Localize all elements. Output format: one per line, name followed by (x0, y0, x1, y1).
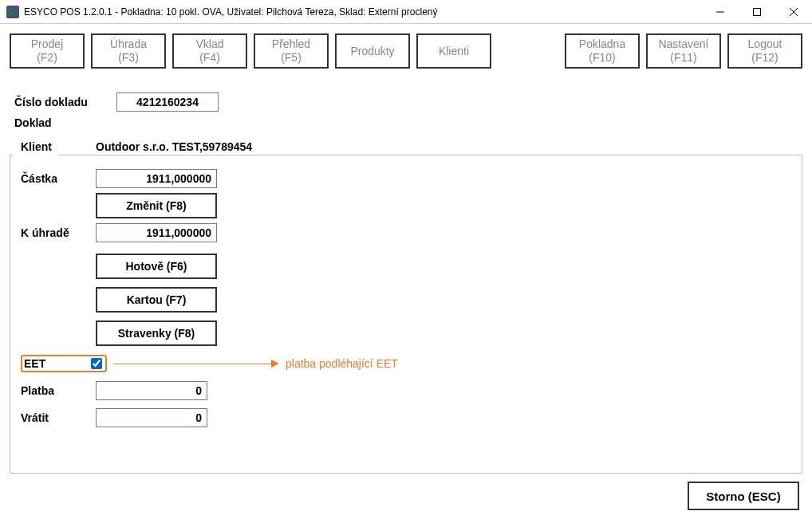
toolbar: Prodej (F2) Úhrada (F3) Vklad (F4) Přehl… (10, 33, 802, 69)
castka-input[interactable] (96, 169, 217, 188)
btn-label: Nastavení (658, 37, 708, 51)
eet-checkbox[interactable] (91, 358, 102, 369)
prodej-button[interactable]: Prodej (F2) (10, 33, 85, 69)
group-border (10, 473, 802, 474)
label-platba: Platba (21, 384, 96, 397)
zmenit-button[interactable]: Změnit (F8) (96, 193, 217, 218)
vklad-button[interactable]: Vklad (F4) (172, 33, 247, 69)
group-border (10, 155, 10, 474)
group-border (57, 155, 802, 155)
btn-shortcut: (F3) (118, 51, 139, 65)
klient-value: Outdoor s.r.o. TEST,59789454 (96, 140, 252, 153)
pokladna-button[interactable]: Pokladna (F10) (565, 33, 640, 69)
annotation-arrow: platba podléhající EET (113, 357, 398, 370)
annotation-text: platba podléhající EET (286, 357, 398, 370)
label-kuhrade: K úhradě (21, 226, 96, 239)
btn-label: Klienti (439, 45, 469, 58)
window-controls (702, 0, 812, 23)
uhrada-button[interactable]: Úhrada (F3) (91, 33, 166, 69)
btn-shortcut: (F4) (199, 51, 220, 65)
label-klient: Klient (21, 140, 96, 153)
stravenky-button[interactable]: Stravenky (F8) (96, 320, 217, 346)
btn-label: Logout (748, 37, 782, 51)
btn-label: Produkty (350, 45, 394, 58)
eet-highlight: EET (21, 355, 107, 372)
vratit-input[interactable] (96, 408, 207, 427)
btn-shortcut: (F12) (751, 51, 778, 65)
btn-shortcut: (F11) (670, 51, 696, 65)
btn-label: Prodej (31, 37, 63, 51)
group-border (802, 155, 802, 474)
label-eet: EET (22, 357, 91, 370)
btn-label: Přehled (272, 37, 310, 51)
platba-input[interactable] (96, 381, 207, 400)
maximize-button[interactable] (739, 0, 775, 23)
kuhrade-input[interactable] (96, 223, 217, 242)
btn-label: Pokladna (579, 37, 625, 51)
titlebar: $» ESYCO POS 1.2.0.1 - Pokladna: 10 pokl… (0, 0, 812, 24)
label-vratit: Vrátit (21, 411, 96, 424)
minimize-button[interactable] (702, 0, 739, 23)
kartou-button[interactable]: Kartou (F7) (96, 287, 217, 313)
label-castka: Částka (21, 172, 96, 185)
svg-rect-1 (754, 8, 761, 15)
btn-shortcut: (F2) (37, 51, 57, 65)
hotove-button[interactable]: Hotově (F6) (96, 254, 217, 279)
window-title: ESYCO POS 1.2.0.1 - Pokladna: 10 pokl. O… (24, 6, 702, 18)
nastaveni-button[interactable]: Nastavení (F11) (646, 33, 721, 69)
btn-shortcut: (F10) (589, 51, 615, 65)
cislo-dokladu-input[interactable] (116, 92, 219, 112)
btn-label: Vklad (195, 37, 223, 51)
btn-shortcut: (F5) (281, 51, 302, 65)
prehled-button[interactable]: Přehled (F5) (254, 33, 329, 69)
app-icon: $» (6, 6, 19, 18)
produkty-button[interactable]: Produkty (335, 33, 410, 69)
btn-label: Úhrada (110, 37, 147, 51)
close-button[interactable] (775, 0, 812, 23)
label-cislo-dokladu: Číslo dokladu (14, 96, 116, 108)
storno-button[interactable]: Storno (ESC) (688, 482, 799, 510)
klienti-button[interactable]: Klienti (416, 33, 491, 69)
logout-button[interactable]: Logout (F12) (727, 33, 802, 69)
label-doklad: Doklad (14, 116, 802, 129)
